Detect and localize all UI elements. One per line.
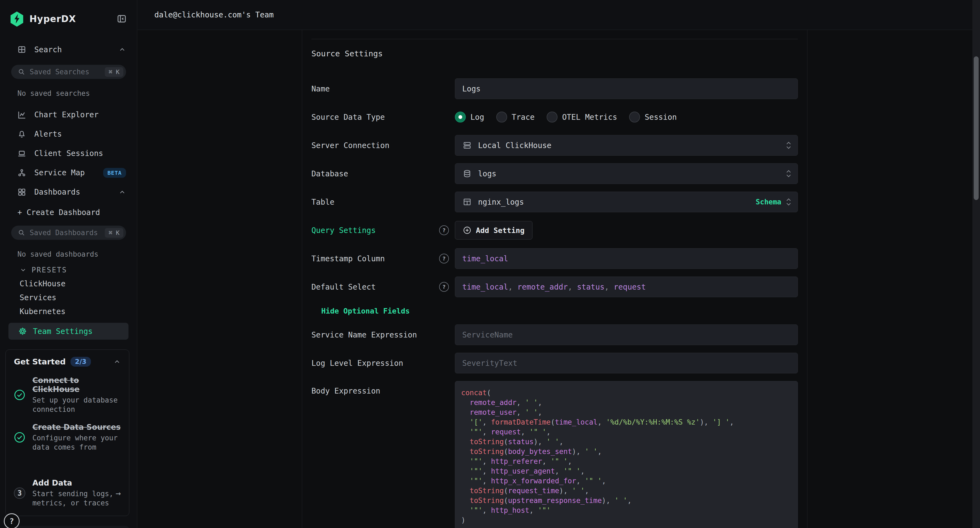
default-select-label: Default Select: [312, 283, 375, 291]
help-button[interactable]: ?: [4, 513, 20, 528]
chevron-up-icon[interactable]: [118, 188, 126, 196]
default-select-input[interactable]: time_local, remote_addr, status, request: [455, 277, 798, 297]
sidebar-item-label: Chart Explorer: [34, 110, 99, 119]
sidebar-item-alerts[interactable]: Alerts: [0, 124, 137, 144]
table-value: nginx_logs: [478, 197, 524, 207]
preset-item-clickhouse[interactable]: ClickHouse: [0, 277, 137, 291]
code-token: formatDateTime: [491, 418, 551, 426]
get-started-header[interactable]: Get Started 2/3: [14, 357, 121, 367]
code-token: upstream_response_time: [508, 496, 601, 504]
step-title: Create Data Sources: [32, 423, 121, 432]
sidebar-item-dashboards[interactable]: Dashboards: [0, 182, 137, 202]
code-token: '" ': [563, 467, 581, 475]
chevron-up-icon[interactable]: [118, 46, 126, 53]
code-token: ' ': [615, 496, 627, 504]
table-select[interactable]: nginx_logs Schema: [455, 192, 798, 212]
preset-item-services[interactable]: Services: [0, 291, 137, 305]
code-line: remote_addr, ' ',: [461, 398, 792, 407]
saved-dashboards-input[interactable]: Saved Dashboards ⌘ K: [11, 226, 126, 240]
help-icon[interactable]: ?: [439, 225, 449, 235]
code-line: toString(body_bytes_sent), ' ',: [461, 447, 792, 456]
sidebar-item-label: Alerts: [34, 130, 62, 138]
sidebar-item-team-settings[interactable]: Team Settings: [8, 323, 129, 340]
log-level-input[interactable]: SeverityText: [455, 353, 798, 374]
sidebar-item-client-sessions[interactable]: Client Sessions: [0, 144, 137, 163]
radio-trace[interactable]: Trace: [496, 111, 535, 122]
query-settings-label: Query Settings: [312, 226, 375, 235]
create-dashboard-button[interactable]: + Create Dashboard: [0, 205, 137, 219]
get-started-progress-badge: 2/3: [70, 357, 91, 367]
hide-optional-fields-link[interactable]: Hide Optional Fields: [321, 307, 410, 315]
add-setting-button[interactable]: Add Setting: [455, 221, 533, 240]
separator: ,: [568, 283, 577, 291]
radio-unselected-icon: [496, 111, 507, 122]
get-started-title: Get Started: [14, 357, 65, 366]
code-token: ),: [572, 447, 585, 456]
code-token: '" ': [529, 428, 546, 436]
body-expression-editor[interactable]: concat( remote_addr, ' ', remote_user, '…: [455, 381, 798, 528]
code-token: ,: [482, 418, 491, 426]
radio-session[interactable]: Session: [629, 111, 677, 122]
code-token: toString: [469, 447, 504, 456]
code-token: '"': [469, 506, 482, 514]
code-line: toString(status), ' ',: [461, 437, 792, 447]
collapse-sidebar-button[interactable]: [116, 13, 127, 24]
code-token: ,: [568, 457, 572, 465]
timestamp-column-input[interactable]: time_local: [455, 248, 798, 269]
name-input[interactable]: Logs: [455, 78, 798, 99]
code-line: '"', http_user_agent, '" ',: [461, 466, 792, 476]
code-token: http_host: [491, 506, 530, 514]
service-name-input[interactable]: ServiceName: [455, 324, 798, 345]
code-token: ,: [598, 418, 606, 426]
code-token: '[': [469, 418, 482, 426]
code-token: ),: [533, 437, 546, 446]
help-icon[interactable]: ?: [439, 254, 449, 264]
step-add-data[interactable]: 3 Add Data Start sending logs, metrics, …: [14, 479, 121, 507]
table-label: Table: [312, 197, 334, 207]
preset-item-kubernetes[interactable]: Kubernetes: [0, 305, 137, 318]
radio-otel-metrics[interactable]: OTEL Metrics: [547, 111, 617, 122]
sidebar-item-chart-explorer[interactable]: Chart Explorer: [0, 105, 137, 124]
step-number-badge: 3: [14, 487, 25, 499]
code-line: remote_user, ' ',: [461, 407, 792, 417]
scrollbar-track[interactable]: [972, 0, 980, 528]
step-create-data-sources[interactable]: Create Data Sources Configure where your…: [14, 423, 121, 452]
code-line: '"', http_x_forwarded_for, '" ',: [461, 476, 792, 486]
source-data-type-options: Log Trace OTEL Metrics Session: [455, 111, 798, 122]
code-token: '"': [469, 457, 482, 465]
database-select[interactable]: logs: [455, 163, 798, 184]
code-token: concat: [461, 389, 487, 397]
arrow-right-icon: →: [116, 488, 121, 498]
code-line: toString(upstream_response_time), ' ',: [461, 496, 792, 506]
code-token: ,: [598, 447, 602, 456]
code-token: ,: [517, 408, 525, 417]
field-row-timestamp-column: Timestamp Column ? time_local: [312, 248, 798, 269]
help-icon[interactable]: ?: [439, 282, 449, 292]
code-line: '"', http_referer, '" ',: [461, 456, 792, 466]
code-token: '%d/%b/%Y:%H:%M:%S %z': [606, 418, 700, 426]
chevron-up-icon[interactable]: [113, 358, 121, 366]
get-started-steps: Connect to ClickHouse Set up your databa…: [14, 376, 121, 507]
presets-toggle[interactable]: PRESETS: [20, 266, 137, 275]
server-connection-select[interactable]: Local ClickHouse: [455, 135, 798, 156]
search-icon: [18, 229, 25, 237]
code-token: '" ': [551, 457, 568, 465]
code-token: ' ': [525, 398, 538, 407]
sidebar-nav: Chart Explorer Alerts Client Sessions: [0, 105, 137, 202]
schema-button[interactable]: Schema: [756, 198, 781, 206]
chevron-down-icon: [20, 266, 27, 274]
timestamp-column-value: time_local: [462, 254, 508, 263]
saved-searches-input[interactable]: Saved Searches ⌘ K: [11, 65, 126, 79]
sidebar-item-search[interactable]: Search: [0, 41, 137, 58]
radio-log[interactable]: Log: [455, 111, 484, 122]
radio-unselected-icon: [629, 111, 640, 122]
step-description: Configure where your data comes from: [32, 433, 121, 452]
default-select-column: status: [577, 283, 605, 291]
sidebar-item-service-map[interactable]: Service Map BETA: [0, 163, 137, 182]
code-token: (: [487, 389, 491, 397]
step-connect-clickhouse[interactable]: Connect to ClickHouse Set up your databa…: [14, 376, 121, 414]
code-token: [461, 418, 469, 426]
team-settings-panel: Source Settings Name Logs Source Data Ty…: [302, 30, 807, 528]
scrollbar-thumb[interactable]: [974, 56, 978, 200]
code-token: toString: [469, 437, 504, 446]
